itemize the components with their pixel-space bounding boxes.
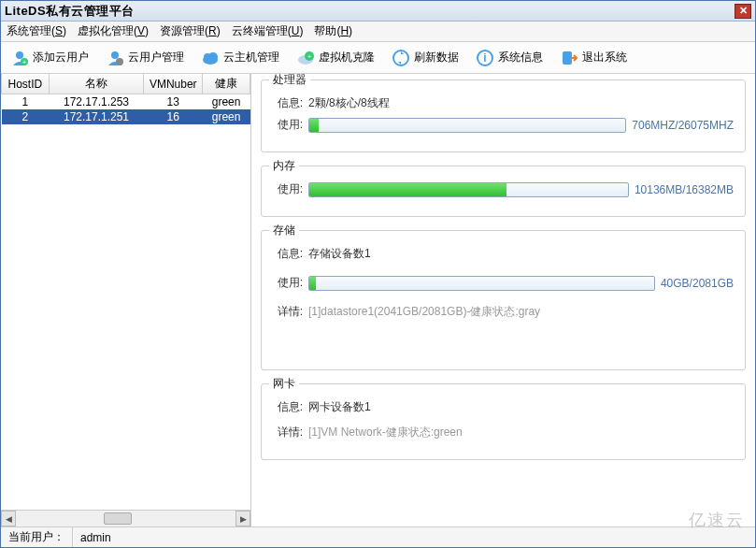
- col-2[interactable]: VMNuber: [144, 74, 203, 94]
- tool-user-gear-blue[interactable]: 云用户管理: [100, 47, 190, 69]
- tool-label: 云用户管理: [128, 50, 184, 65]
- tool-user-plus-blue[interactable]: +添加云用户: [5, 47, 94, 69]
- storage-usage-bar: [308, 276, 655, 291]
- memory-usage-label: 使用:: [273, 181, 303, 197]
- cpu-info-value: 2颗/8核心/8线程: [308, 95, 390, 111]
- refresh-blue-icon: [392, 49, 410, 67]
- storage-info-value: 存储设备数1: [308, 246, 371, 262]
- memory-group: 内存 使用: 10136MB/16382MB: [261, 166, 746, 217]
- clone-green-icon: +: [296, 49, 315, 67]
- col-1[interactable]: 名称: [49, 74, 144, 94]
- storage-usage-label: 使用:: [273, 275, 303, 291]
- table-row[interactable]: 2172.17.1.25116green: [2, 109, 250, 124]
- close-button[interactable]: ✕: [735, 4, 751, 19]
- menu-2[interactable]: 资源管理(R): [160, 23, 221, 39]
- svg-point-4: [116, 58, 123, 65]
- tool-label: 刷新数据: [414, 50, 459, 65]
- cpu-legend: 处理器: [269, 74, 310, 88]
- tool-refresh-blue[interactable]: 刷新数据: [386, 47, 464, 69]
- svg-rect-14: [563, 51, 572, 65]
- menu-3[interactable]: 云终端管理(U): [232, 23, 304, 39]
- cpu-usage-bar: [308, 118, 626, 133]
- tool-label: 退出系统: [582, 50, 627, 65]
- cell-health: green: [203, 94, 250, 110]
- exit-blue-icon: [560, 49, 578, 67]
- host-list-panel: HostID名称VMNuber健康 1172.17.1.25313green21…: [1, 74, 251, 526]
- storage-legend: 存储: [269, 223, 299, 238]
- user-plus-blue-icon: +: [10, 49, 29, 67]
- cell-name: 172.17.1.253: [49, 94, 144, 110]
- tool-info-blue[interactable]: i系统信息: [470, 47, 549, 69]
- user-gear-blue-icon: [106, 49, 124, 67]
- svg-point-7: [208, 52, 218, 62]
- toolbar: +添加云用户云用户管理云主机管理+虚拟机克隆刷新数据i系统信息退出系统: [1, 42, 755, 74]
- window-title: LiteDS私有云管理平台: [5, 3, 135, 20]
- menu-0[interactable]: 系统管理(S): [7, 23, 66, 39]
- svg-point-3: [111, 51, 119, 59]
- memory-legend: 内存: [269, 158, 299, 174]
- svg-text:+: +: [307, 52, 312, 61]
- cloud-blue-icon: [201, 49, 220, 67]
- status-user-value: admin: [73, 527, 755, 547]
- tool-label: 虚拟机克隆: [319, 50, 375, 65]
- nic-info-value: 网卡设备数1: [308, 399, 371, 415]
- nic-group: 网卡 信息: 网卡设备数1 详情: [1]VM Network-健康状态:gre…: [261, 383, 746, 460]
- memory-usage-bar: [308, 182, 629, 197]
- status-user-label: 当前用户：: [1, 527, 73, 547]
- nic-info-label: 信息:: [273, 399, 303, 415]
- storage-detail-label: 详情:: [273, 304, 303, 320]
- cpu-group: 处理器 信息: 2颗/8核心/8线程 使用: 706MHZ/26075MHZ: [261, 79, 746, 152]
- storage-info-label: 信息:: [273, 246, 303, 262]
- nic-legend: 网卡: [269, 376, 299, 392]
- tool-clone-green[interactable]: +虚拟机克隆: [291, 47, 380, 69]
- scroll-left-arrow[interactable]: ◀: [1, 511, 16, 526]
- cpu-usage-value: 706MHZ/26075MHZ: [632, 119, 734, 132]
- info-blue-icon: i: [476, 49, 494, 67]
- svg-text:+: +: [22, 58, 27, 66]
- menu-1[interactable]: 虚拟化管理(V): [78, 23, 149, 39]
- cell-name: 172.17.1.251: [49, 109, 144, 124]
- cell-health: green: [203, 109, 250, 124]
- tool-label: 添加云用户: [33, 50, 89, 65]
- storage-usage-value: 40GB/2081GB: [661, 277, 734, 290]
- storage-group: 存储 信息: 存储设备数1 使用: 40GB/2081GB 详情: [1]dat…: [261, 230, 746, 370]
- detail-panel: 处理器 信息: 2颗/8核心/8线程 使用: 706MHZ/26075MHZ 内…: [251, 74, 755, 526]
- cpu-info-label: 信息:: [273, 95, 303, 111]
- host-table[interactable]: HostID名称VMNuber健康 1172.17.1.25313green21…: [1, 74, 250, 510]
- cell-vmnum: 16: [144, 109, 203, 124]
- svg-text:i: i: [483, 51, 486, 65]
- tool-label: 云主机管理: [223, 50, 279, 65]
- menubar: 系统管理(S)虚拟化管理(V)资源管理(R)云终端管理(U)帮助(H): [1, 22, 755, 42]
- col-3[interactable]: 健康: [203, 74, 250, 94]
- statusbar: 当前用户： admin: [1, 526, 755, 547]
- tool-exit-blue[interactable]: 退出系统: [554, 47, 633, 69]
- col-0[interactable]: HostID: [2, 74, 50, 94]
- horizontal-scrollbar[interactable]: ◀ ▶: [1, 510, 250, 526]
- titlebar: LiteDS私有云管理平台 ✕: [1, 1, 755, 22]
- cell-hostid: 2: [2, 109, 50, 124]
- storage-detail-value: [1]datastore1(2041GB/2081GB)-健康状态:gray: [308, 304, 540, 320]
- memory-usage-value: 10136MB/16382MB: [635, 183, 734, 196]
- cell-hostid: 1: [2, 94, 50, 110]
- table-row[interactable]: 1172.17.1.25313green: [2, 94, 250, 110]
- tool-label: 系统信息: [498, 50, 543, 65]
- cell-vmnum: 13: [144, 94, 203, 110]
- cpu-usage-label: 使用:: [273, 117, 303, 133]
- scroll-right-arrow[interactable]: ▶: [235, 511, 250, 526]
- tool-cloud-blue[interactable]: 云主机管理: [195, 47, 285, 69]
- scroll-thumb[interactable]: [104, 512, 132, 525]
- nic-detail-label: 详情:: [273, 425, 303, 440]
- menu-4[interactable]: 帮助(H): [314, 23, 352, 39]
- nic-detail-value: [1]VM Network-健康状态:green: [308, 425, 463, 440]
